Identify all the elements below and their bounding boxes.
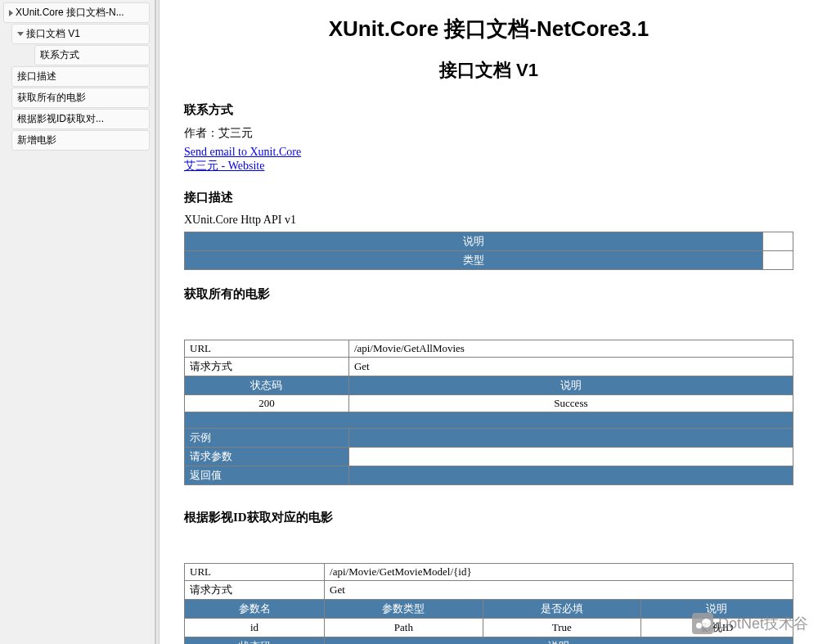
- api1-example: 示例: [185, 429, 349, 448]
- api1-table: URL/api/Movie/GetAllMovies 请求方式Get 状态码说明…: [184, 340, 793, 485]
- api2-p-type: Path: [325, 619, 483, 637]
- email-link[interactable]: Send email to Xunit.Core: [184, 146, 301, 158]
- sidebar: XUnit.Core 接口文档-N... 接口文档 V1 联系方式 接口描述 获…: [0, 0, 155, 644]
- page-subtitle: 接口文档 V1: [184, 58, 793, 83]
- api1-status-desc: Success: [348, 395, 793, 412]
- tree-node-v1[interactable]: 接口文档 V1: [11, 24, 150, 44]
- desc-row2: 类型: [185, 251, 763, 270]
- api1-url-value: /api/Movie/GetAllMovies: [348, 340, 793, 358]
- page-title: XUnit.Core 接口文档-NetCore3.1: [184, 15, 793, 43]
- section-contact: 联系方式: [184, 102, 793, 118]
- tree-node-getall[interactable]: 获取所有的电影: [11, 88, 150, 108]
- tree-node-getbyid[interactable]: 根据影视ID获取对...: [11, 109, 150, 129]
- content-pane: XUnit.Core 接口文档-NetCore3.1 接口文档 V1 联系方式 …: [160, 0, 818, 644]
- wechat-icon: [692, 613, 713, 634]
- section-desc: 接口描述: [184, 190, 793, 205]
- app-root: XUnit.Core 接口文档-N... 接口文档 V1 联系方式 接口描述 获…: [0, 0, 818, 644]
- api1-url-label: URL: [185, 340, 349, 358]
- desc-table: 说明 类型: [184, 232, 793, 270]
- desc-row1: 说明: [185, 232, 763, 251]
- watermark-text: DotNet技术谷: [718, 614, 808, 633]
- tree-root[interactable]: XUnit.Core 接口文档-N...: [3, 2, 150, 23]
- section-api2: 根据影视ID获取对应的电影: [184, 510, 793, 525]
- chevron-right-icon: [9, 10, 13, 16]
- api1-method-value: Get: [348, 358, 793, 376]
- api1-status-code: 200: [185, 395, 349, 412]
- tree-node-desc[interactable]: 接口描述: [11, 66, 150, 87]
- tree-node-contact[interactable]: 联系方式: [34, 45, 150, 65]
- api2-method-label: 请求方式: [185, 581, 325, 600]
- section-api1: 获取所有的电影: [184, 286, 793, 302]
- api2-method-value: Get: [325, 581, 793, 600]
- api2-p-req: True: [483, 619, 640, 637]
- api2-p-name: id: [185, 619, 325, 637]
- api1-desc-hdr: 说明: [348, 376, 793, 395]
- api2-status-hdr: 状态码: [185, 637, 325, 645]
- api1-method-label: 请求方式: [185, 358, 349, 376]
- api1-req-params: 请求参数: [185, 448, 349, 466]
- chevron-down-icon: [17, 32, 24, 36]
- api2-status-desc-hdr: 说明: [325, 637, 793, 645]
- api2-param-type-hdr: 参数类型: [325, 600, 483, 619]
- website-link[interactable]: 艾三元 - Website: [184, 160, 264, 172]
- watermark: DotNet技术谷: [692, 613, 808, 634]
- api1-return: 返回值: [185, 466, 349, 485]
- api1-status-hdr: 状态码: [185, 376, 349, 395]
- api2-required-hdr: 是否必填: [483, 600, 640, 619]
- tree-node-add[interactable]: 新增电影: [11, 130, 150, 151]
- author-line: 作者：艾三元: [184, 126, 793, 141]
- api-desc-text: XUnit.Core Http API v1: [184, 214, 793, 227]
- api2-url-value: /api/Movie/GetMovieModel/{id}: [325, 564, 793, 581]
- api2-url-label: URL: [185, 564, 325, 581]
- api2-param-name-hdr: 参数名: [185, 600, 325, 619]
